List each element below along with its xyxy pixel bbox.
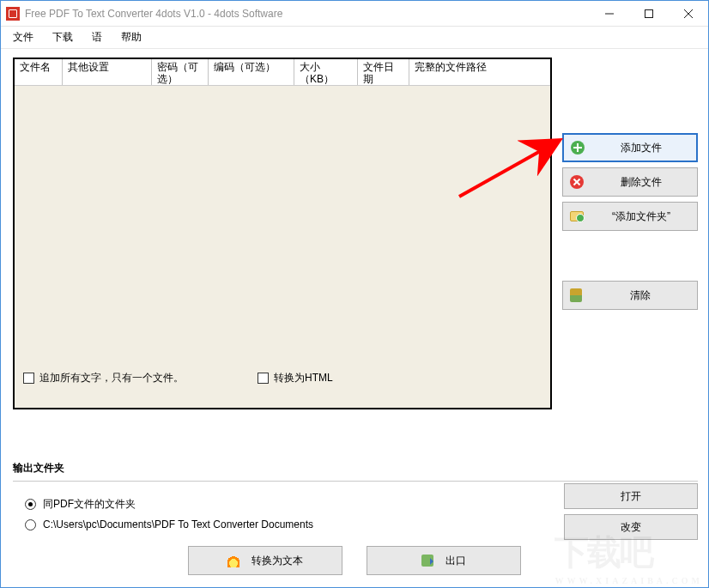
close-button[interactable] <box>669 1 708 27</box>
app-icon <box>6 7 20 21</box>
close-icon <box>684 9 693 18</box>
col-full-path[interactable]: 完整的文件路径 <box>409 59 550 85</box>
add-file-button[interactable]: 添加文件 <box>562 133 698 162</box>
watermark-sub: WWW.XIAZAIBA.COM <box>554 576 703 585</box>
bottom-bar: 转换为文本 出口 <box>1 546 708 575</box>
checkbox-icon <box>258 373 269 384</box>
menubar: 文件 下载 语 帮助 <box>1 27 708 49</box>
add-file-label: 添加文件 <box>593 141 689 155</box>
fire-icon <box>227 554 239 567</box>
convert-button[interactable]: 转换为文本 <box>188 546 342 575</box>
col-filename[interactable]: 文件名 <box>15 59 63 85</box>
menu-help[interactable]: 帮助 <box>121 30 142 45</box>
broom-icon <box>570 288 582 302</box>
delete-file-button[interactable]: 删除文件 <box>562 167 698 197</box>
delete-file-label: 删除文件 <box>592 175 690 190</box>
folder-add-icon <box>570 211 584 221</box>
menu-download[interactable]: 下载 <box>52 30 73 45</box>
radio-icon <box>25 519 36 530</box>
maximize-button[interactable] <box>629 1 669 27</box>
output-group-body: 同PDF文件的文件夹 C:\Users\pc\Documents\PDF To … <box>13 481 698 551</box>
col-other-settings[interactable]: 其他设置 <box>63 59 152 85</box>
checkbox-convert-html[interactable]: 转换为HTML <box>258 371 333 385</box>
menu-file[interactable]: 文件 <box>13 30 33 45</box>
side-panel: 添加文件 删除文件 “添加文件夹” 清除 <box>562 133 698 310</box>
checkbox-append-all[interactable]: 追加所有文字，只有一个文件。 <box>23 371 184 385</box>
add-folder-button[interactable]: “添加文件夹” <box>562 202 698 231</box>
checkbox-append-label: 追加所有文字，只有一个文件。 <box>39 371 184 385</box>
add-icon <box>571 141 585 155</box>
change-label: 改变 <box>621 520 641 535</box>
col-password[interactable]: 密码（可选） <box>152 59 209 85</box>
titlebar: Free PDF To Text Converter 4dots V1.0 - … <box>1 1 708 27</box>
content-area: 文件名 其他设置 密码（可选） 编码（可选） 大小（KB） 文件日期 完整的文件… <box>1 49 708 587</box>
svg-rect-1 <box>645 9 653 17</box>
exit-label: 出口 <box>445 554 466 568</box>
window-title: Free PDF To Text Converter 4dots V1.0 - … <box>25 8 282 20</box>
open-button[interactable]: 打开 <box>564 483 698 509</box>
col-file-date[interactable]: 文件日期 <box>358 59 409 85</box>
file-list-body[interactable]: 追加所有文字，只有一个文件。 转换为HTML <box>15 86 550 408</box>
checkbox-icon <box>23 373 34 384</box>
col-size[interactable]: 大小（KB） <box>294 59 358 85</box>
add-folder-label: “添加文件夹” <box>592 209 690 224</box>
radio-icon <box>25 499 36 510</box>
clear-label: 清除 <box>591 288 690 303</box>
list-options: 追加所有文字，只有一个文件。 转换为HTML <box>23 371 542 385</box>
minimize-button[interactable] <box>590 1 629 27</box>
delete-icon <box>570 175 584 189</box>
output-group-title: 输出文件夹 <box>13 461 698 476</box>
checkbox-html-label: 转换为HTML <box>274 371 333 385</box>
col-encoding[interactable]: 编码（可选） <box>209 59 294 85</box>
minimize-icon <box>605 9 614 18</box>
convert-label: 转换为文本 <box>251 554 303 568</box>
clear-button[interactable]: 清除 <box>562 281 698 310</box>
app-window: Free PDF To Text Converter 4dots V1.0 - … <box>0 0 709 588</box>
menu-language[interactable]: 语 <box>92 30 102 45</box>
change-button[interactable]: 改变 <box>564 514 698 540</box>
exit-icon <box>421 555 433 567</box>
open-label: 打开 <box>621 489 641 504</box>
radio-custom-path-label: C:\Users\pc\Documents\PDF To Text Conver… <box>43 518 313 530</box>
output-buttons: 打开 改变 <box>564 483 698 540</box>
radio-same-folder-label: 同PDF文件的文件夹 <box>43 497 136 512</box>
exit-button[interactable]: 出口 <box>367 546 521 575</box>
maximize-icon <box>645 9 653 18</box>
file-list-header: 文件名 其他设置 密码（可选） 编码（可选） 大小（KB） 文件日期 完整的文件… <box>15 59 550 86</box>
file-list-panel: 文件名 其他设置 密码（可选） 编码（可选） 大小（KB） 文件日期 完整的文件… <box>13 58 552 409</box>
output-folder-group: 输出文件夹 同PDF文件的文件夹 C:\Users\pc\Documents\P… <box>13 461 698 551</box>
